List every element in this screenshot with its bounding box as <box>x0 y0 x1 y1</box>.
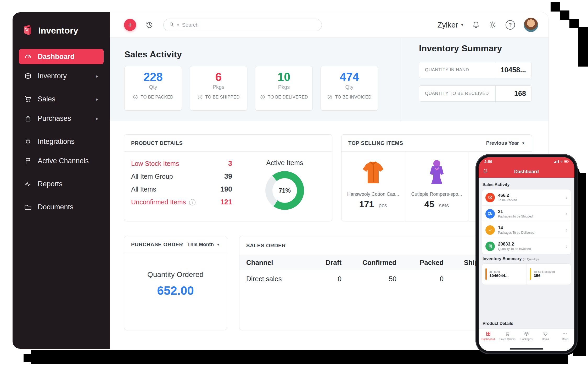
to-be-invoiced-card[interactable]: 474 Qty TO BE INVOICED <box>321 66 378 111</box>
sidebar-item-active-channels[interactable]: Active Channels <box>19 153 104 168</box>
phone-header: 2:59 Dashboard <box>479 157 574 178</box>
cell-packed: 0 <box>406 275 453 283</box>
phone-tab-bar: Dashboard Sales Orders Packages Items Mo… <box>479 329 574 351</box>
pixel-shadow-step <box>24 354 31 362</box>
target-circle-icon <box>197 94 203 100</box>
phone-body: Sales Activity 466.2 To be Packed › <box>479 178 574 329</box>
quantity-in-hand-box[interactable]: QUANTITY IN HAND 10458... <box>419 62 531 78</box>
sidebar-item-purchases[interactable]: Purchases ▸ <box>19 111 104 126</box>
to-be-packed-card[interactable]: 228 Qty TO BE PACKED <box>124 66 182 111</box>
plug-icon <box>24 138 32 145</box>
check-icon <box>485 225 495 235</box>
sales-activity-title: Sales Activity <box>124 49 182 59</box>
tab-label: Packages <box>520 337 533 341</box>
phone-mockup: 2:59 Dashboard Sales <box>475 154 578 354</box>
sidebar-item-label: Purchases <box>38 115 71 123</box>
chevron-right-icon: ▸ <box>96 73 98 79</box>
info-icon[interactable]: i <box>189 199 195 205</box>
add-new-button[interactable]: + <box>124 19 136 31</box>
list-item[interactable]: 466.2 To be Packed › <box>482 189 571 206</box>
search-input[interactable] <box>182 22 316 28</box>
to-be-received-cell[interactable]: To Be Received 356 <box>527 264 571 285</box>
pixel-shadow-step <box>551 2 560 12</box>
folder-icon <box>24 203 32 211</box>
chevron-right-icon: › <box>565 243 568 249</box>
search-icon <box>169 21 175 28</box>
search-scope-caret-icon[interactable]: ▾ <box>177 23 179 27</box>
chevron-right-icon: › <box>565 227 568 233</box>
gear-icon[interactable] <box>489 21 497 29</box>
help-icon[interactable]: ? <box>506 20 515 30</box>
item-unit: sets <box>439 202 449 208</box>
purchase-order-filter-dropdown[interactable]: This Month ▼ <box>187 242 220 247</box>
cube-icon <box>24 72 32 80</box>
phone-product-details-label: Product Details <box>483 321 570 326</box>
stat-label: Packages To be Shipped <box>498 215 533 218</box>
org-switcher[interactable]: Zylker ▾ <box>438 21 463 29</box>
sidebar-item-label: Reports <box>38 180 63 188</box>
cell-draft: 0 <box>312 275 351 283</box>
history-icon[interactable] <box>145 21 153 29</box>
all-items-row[interactable]: All Items 190 <box>131 183 232 196</box>
stat-unit: Pkgs <box>255 84 312 90</box>
sidebar-item-sales[interactable]: Sales ▸ <box>19 91 104 107</box>
home-indicator[interactable] <box>510 348 543 350</box>
tab-dashboard[interactable]: Dashboard <box>479 331 498 351</box>
chevron-right-icon: › <box>565 194 568 201</box>
item-name: Hanswooly Cotton Cas... <box>347 192 399 197</box>
unconfirmed-items-row[interactable]: Unconfirmed Items i 121 <box>131 196 232 209</box>
cell-value: 356 <box>534 273 555 278</box>
check-circle-icon <box>327 94 333 100</box>
sales-order-header-row: Channel Draft Confirmed Packed Shipped <box>239 255 504 270</box>
color-bar <box>530 268 531 280</box>
active-items-chart: Active Items 71% <box>252 159 317 210</box>
stat-value: 474 <box>321 70 378 84</box>
bell-icon[interactable] <box>472 21 480 29</box>
org-name: Zylker <box>438 21 458 29</box>
search-bar[interactable]: ▾ <box>163 19 322 31</box>
stat-label: Packages To be Delivered <box>498 231 534 235</box>
inv-label: QUANTITY IN HAND <box>419 62 495 78</box>
quantity-to-be-received-box[interactable]: QUANTITY TO BE RECEIVED 168 <box>419 85 531 102</box>
top-selling-filter-dropdown[interactable]: Previous Year ▼ <box>486 140 525 146</box>
sidebar-item-dashboard[interactable]: Dashboard <box>19 49 104 64</box>
caret-down-icon: ▼ <box>522 141 525 145</box>
list-item[interactable]: 20833.2 Quantity To be Invoiced › <box>482 238 571 254</box>
list-item[interactable]: Cutiepie Rompers-spo... 45 sets <box>405 152 469 221</box>
pixel-shadow-step <box>569 19 579 28</box>
cell-confirmed: 50 <box>351 275 406 283</box>
list-item[interactable]: 14 Packages To be Delivered › <box>482 222 571 238</box>
column-header: Draft <box>312 259 351 267</box>
check-circle-icon <box>133 94 138 100</box>
chevron-down-icon: ▾ <box>461 23 463 27</box>
box-icon <box>485 193 495 202</box>
in-hand-cell[interactable]: In Hand 1046044... <box>482 268 527 280</box>
item-name: Cutiepie Rompers-spo... <box>411 192 462 197</box>
stat-value: 20833.2 <box>498 242 531 247</box>
column-header: Packed <box>406 259 453 267</box>
table-row[interactable]: Direct sales 0 50 0 0 <box>239 270 504 287</box>
bell-icon[interactable] <box>483 168 488 174</box>
column-header: Channel <box>246 259 312 267</box>
invoice-icon <box>485 242 495 251</box>
item-unit: pcs <box>379 202 387 208</box>
to-be-shipped-card[interactable]: 6 Pkgs TO BE SHIPPED <box>190 66 247 111</box>
app-logo[interactable]: Inventory <box>13 12 110 40</box>
to-be-delivered-card[interactable]: 10 Pkgs TO BE DELIVERED <box>255 66 313 111</box>
cart-icon <box>505 331 510 336</box>
low-stock-items-row[interactable]: Low Stock Items 3 <box>131 157 232 170</box>
inv-value: 168 <box>495 86 531 101</box>
sidebar-item-inventory[interactable]: Inventory ▸ <box>19 68 104 84</box>
sidebar-item-reports[interactable]: Reports <box>19 176 104 192</box>
sidebar-item-documents[interactable]: Documents <box>19 199 104 215</box>
sidebar-item-integrations[interactable]: Integrations <box>19 134 104 149</box>
tab-more[interactable]: More <box>555 331 574 351</box>
list-item[interactable]: Hanswooly Cotton Cas... 171 pcs <box>341 152 405 221</box>
avatar[interactable] <box>524 18 538 32</box>
phone-inventory-summary-sub: (In Quantity) <box>523 258 539 261</box>
tab-label: More <box>562 337 568 341</box>
all-item-group-row[interactable]: All Item Group 39 <box>131 170 232 183</box>
card-title: PRODUCT DETAILS <box>131 140 183 146</box>
list-item[interactable]: 21 Packages To be Shipped › <box>482 206 571 222</box>
row-label: Unconfirmed Items <box>131 198 186 206</box>
